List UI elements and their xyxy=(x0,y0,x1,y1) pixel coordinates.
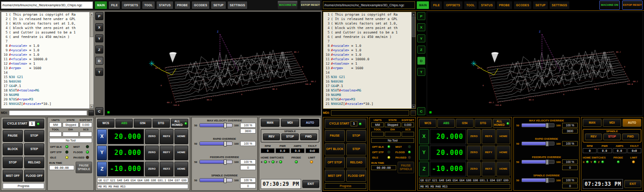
view-perspective-button[interactable]: P xyxy=(417,12,425,20)
mode-auto-button[interactable]: AUTO xyxy=(301,119,319,127)
g54-button[interactable]: G54 xyxy=(134,119,151,128)
scrollbar-thumb[interactable] xyxy=(90,17,93,37)
mdi-input[interactable] xyxy=(331,110,409,116)
view-z-button[interactable]: Z xyxy=(417,46,425,54)
view-clear-button[interactable]: C xyxy=(95,107,103,115)
scrollbar-track[interactable] xyxy=(90,38,93,104)
view-tool-button[interactable]: T xyxy=(95,68,103,76)
wcs-button[interactable]: WCS xyxy=(97,119,114,128)
mode-mdi-button[interactable]: MDI xyxy=(603,119,622,127)
mode-man-button[interactable]: MAN xyxy=(261,119,280,127)
tab-main[interactable]: MAIN xyxy=(416,1,429,9)
slider-thumb[interactable] xyxy=(224,159,227,165)
ref-y-button[interactable]: REFY xyxy=(160,146,174,160)
tab-offsets[interactable]: OFFSETS xyxy=(443,1,462,9)
opt-block-button[interactable]: BLOCK xyxy=(3,143,23,155)
zero-y-button[interactable]: ZERO xyxy=(467,146,481,160)
ref-y-button[interactable]: REFY xyxy=(482,146,496,160)
cycle-count-spinbox[interactable]: 1 xyxy=(29,121,35,126)
gremlin-3d-preview[interactable]: -160.8-80.4080.4160.8-80.2080.2-80.2080.… xyxy=(427,12,643,116)
spindle-rev-button[interactable]: REV xyxy=(263,134,280,140)
axis-z-button[interactable]: Z xyxy=(419,162,429,176)
dtg-button[interactable]: DTG xyxy=(153,119,170,128)
tab-status[interactable]: STATUS xyxy=(478,1,495,9)
tab-gcodes[interactable]: GCODES xyxy=(191,1,210,9)
slider-thumb[interactable] xyxy=(224,178,227,183)
machine-on-button[interactable]: MACHINE ON xyxy=(277,0,298,10)
flood-off-button[interactable]: FLOOD OFF xyxy=(24,170,44,182)
step-button[interactable]: STEP xyxy=(346,143,366,155)
all-homed-button[interactable]: ALL HOMED xyxy=(493,119,510,128)
editor-scrollbar[interactable]: ▲ ▼ xyxy=(89,12,93,109)
spindle-stop-button[interactable]: STOP xyxy=(603,134,620,140)
mode-auto-button[interactable]: AUTO xyxy=(623,119,641,127)
slider-thumb[interactable] xyxy=(546,141,549,146)
max-velocity-slider[interactable] xyxy=(199,123,233,127)
mdi-input[interactable] xyxy=(9,110,87,116)
estop-reset-button[interactable]: ESTOP RESET xyxy=(622,0,643,10)
slider-thumb[interactable] xyxy=(546,178,549,183)
spindle-slider[interactable] xyxy=(199,178,233,182)
zero-y-button[interactable]: ZERO xyxy=(145,146,159,160)
axis-x-button[interactable]: X xyxy=(419,129,429,144)
reload-button[interactable]: RELOAD xyxy=(24,157,44,169)
scrollbar-track[interactable] xyxy=(412,38,415,104)
slider-thumb[interactable] xyxy=(546,159,549,165)
tab-settings[interactable]: SETTINGS xyxy=(549,1,570,9)
g54-button[interactable]: G54 xyxy=(456,119,473,128)
tab-settings[interactable]: SETTINGS xyxy=(227,1,248,9)
ref-z-button[interactable]: REFZ xyxy=(482,162,496,176)
zero-z-button[interactable]: ZERO xyxy=(467,162,481,176)
flood-off-button[interactable]: FLOOD OFF xyxy=(346,170,366,182)
home-y-button[interactable]: HOME xyxy=(496,146,510,160)
pause-spindle-button[interactable]: PAUSE SPINDLE xyxy=(76,162,92,173)
tab-setup[interactable]: SETUP xyxy=(533,1,548,9)
feedrate-slider[interactable] xyxy=(199,160,233,164)
gcode-editor[interactable]: 1( This program is copyright of Ra2( It … xyxy=(1,12,94,109)
tab-tool[interactable]: TOOL xyxy=(142,1,156,9)
view-dimensions-button[interactable]: D xyxy=(95,57,103,65)
tab-setup[interactable]: SETUP xyxy=(211,1,226,9)
tab-probe[interactable]: PROBE xyxy=(496,1,513,9)
view-dimensions-button[interactable]: D xyxy=(417,57,425,65)
tab-file[interactable]: FILE xyxy=(430,1,442,9)
spindle-slider[interactable] xyxy=(521,178,555,182)
mist-off-button[interactable]: MIST OFF xyxy=(325,170,345,182)
editor-scrollbar[interactable]: ▲ ▼ xyxy=(411,12,415,109)
home-y-button[interactable]: HOME xyxy=(174,146,188,160)
view-x-button[interactable]: X xyxy=(95,23,103,31)
ref-x-button[interactable]: REFX xyxy=(482,129,496,144)
estop-reset-button[interactable]: ESTOP RESET xyxy=(300,0,321,10)
tab-file[interactable]: FILE xyxy=(108,1,120,9)
view-y-button[interactable]: Y xyxy=(417,34,425,42)
pause-button[interactable]: PAUSE xyxy=(325,130,345,142)
home-x-button[interactable]: HOME xyxy=(174,129,188,144)
tab-probe[interactable]: PROBE xyxy=(174,1,191,9)
gremlin-3d-preview[interactable]: -160.8-80.4080.4160.8-80.2080.2-80.2080.… xyxy=(105,12,321,116)
view-perspective-button[interactable]: P xyxy=(95,12,103,20)
cycle-start-button[interactable]: CYCLE START 1 xyxy=(325,119,366,129)
axis-y-button[interactable]: Y xyxy=(97,146,107,160)
pause-spindle-button[interactable]: PAUSE SPINDLE xyxy=(398,162,414,173)
abs-button[interactable]: ABS xyxy=(115,119,133,128)
axis-y-button[interactable]: Y xyxy=(419,146,429,160)
scrollbar-thumb[interactable] xyxy=(412,17,415,37)
slider-thumb[interactable] xyxy=(224,141,227,146)
scroll-up-icon[interactable]: ▲ xyxy=(90,12,93,16)
scroll-down-icon[interactable]: ▼ xyxy=(90,104,93,109)
cycle-start-button[interactable]: CYCLE START 1 xyxy=(3,119,44,129)
tab-gcodes[interactable]: GCODES xyxy=(513,1,532,9)
view-tool-button[interactable]: T xyxy=(417,68,425,76)
pause-button[interactable]: PAUSE xyxy=(3,130,23,142)
view-z-button[interactable]: Z xyxy=(95,46,103,54)
view-y-button[interactable]: Y xyxy=(95,34,103,42)
opt-block-button[interactable]: OPT BLOCK xyxy=(325,143,345,155)
stop-button[interactable]: STOP xyxy=(346,130,366,142)
exit-button[interactable]: EXIT xyxy=(624,180,641,188)
tab-main[interactable]: MAIN xyxy=(94,1,107,9)
ref-z-button[interactable]: REFZ xyxy=(160,162,174,176)
scroll-up-icon[interactable]: ▲ xyxy=(412,12,415,16)
zero-z-button[interactable]: ZERO xyxy=(145,162,159,176)
spindle-fwd-button[interactable]: FWD xyxy=(622,134,639,140)
tab-status[interactable]: STATUS xyxy=(156,1,173,9)
